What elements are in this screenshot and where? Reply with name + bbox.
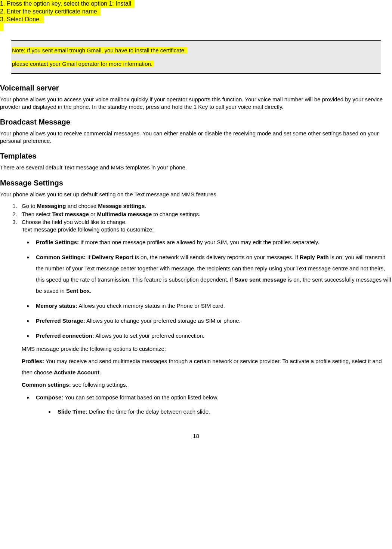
bullet-profile-settings: Profile Settings: If more than one messa…: [33, 237, 392, 248]
page-number: 18: [0, 432, 392, 440]
step-3: 3. Select Done.: [0, 16, 44, 24]
step-2: 2. Enter the security certificate name: [0, 8, 101, 16]
voicemail-heading: Voicemail server: [0, 83, 392, 93]
note-line-1: Note: If you sent email trough Gmail, yo…: [12, 47, 187, 53]
mms-profiles: Profiles: You may receive and send multi…: [22, 356, 392, 378]
note-box: Note: If you sent email trough Gmail, yo…: [11, 40, 381, 74]
bullet-common-settings: Common Settings: If Delivery Report is o…: [33, 252, 392, 297]
msg-settings-steps: Go to Messaging and choose Message setti…: [11, 202, 392, 233]
mms-intro: MMS message provide the following option…: [22, 345, 392, 353]
templates-text: There are several default Text message a…: [0, 164, 392, 171]
msg-step-1: Go to Messaging and choose Message setti…: [19, 202, 392, 210]
bullet-compose: Compose: You can set compose format base…: [33, 392, 392, 417]
top-steps-block: 1. Press the option key, select the opti…: [0, 0, 392, 31]
msg-step-2: Then select Text message or Multimedia m…: [19, 211, 392, 218]
broadcast-text: Your phone allows you to receive commerc…: [0, 130, 392, 144]
bullet-preferred-connection: Preferred connection: Allows you to set …: [33, 330, 392, 341]
compose-sub-bullets: Slide Time: Define the time for the dela…: [47, 406, 392, 417]
msg-settings-heading: Message Settings: [0, 178, 392, 188]
msg-step-3: Choose the field you would like to chang…: [19, 218, 392, 233]
templates-heading: Templates: [0, 151, 392, 161]
step-trailing: [0, 23, 3, 31]
text-msg-bullets: Profile Settings: If more than one messa…: [22, 237, 392, 341]
step-1: 1. Press the option key, select the opti…: [0, 0, 135, 8]
bullet-memory-status: Memory status: Allows you check memory s…: [33, 300, 392, 312]
mms-bullets: Compose: You can set compose format base…: [22, 392, 392, 417]
bullet-preferred-storage: Preferred Storage: Allows you to change …: [33, 315, 392, 326]
bullet-slide-time: Slide Time: Define the time for the dela…: [55, 406, 392, 417]
msg-settings-intro: Your phone allows you to set up default …: [0, 191, 392, 198]
voicemail-text: Your phone allows you to access your voi…: [0, 96, 392, 110]
note-line-2: please contact your Gmail operator for m…: [12, 61, 154, 67]
broadcast-heading: Broadcast Message: [0, 117, 392, 127]
mms-common: Common settings: see following settings.: [22, 381, 392, 389]
